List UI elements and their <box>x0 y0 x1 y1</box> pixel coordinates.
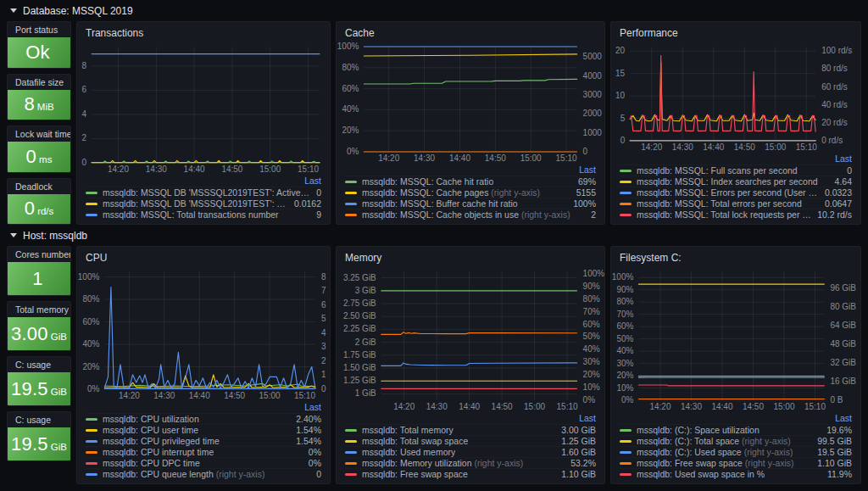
legend-last-header[interactable]: Last <box>620 413 852 424</box>
legend-row: mssqldb: (C:): Space utilization19.6% <box>620 424 852 435</box>
series-axis-note: (right y-axis) <box>739 436 791 446</box>
stat-title[interactable]: Total memory <box>8 302 70 317</box>
left-tick-label: 0% <box>87 384 100 393</box>
left-tick-label: 1 GiB <box>355 388 376 398</box>
right-tick-label: 3 <box>321 342 326 351</box>
stat-title[interactable]: C: usage <box>8 357 70 372</box>
row-title-database: Database: MSSQL 2019 <box>23 5 133 17</box>
series-label[interactable]: mssqldb: MSSQL: Total errors per second <box>637 198 802 209</box>
legend-row: mssqldb: MSSQL: Cache objects in use (ri… <box>345 209 596 220</box>
stat-unit: ms <box>39 154 52 165</box>
right-tick-label: 0 <box>321 384 326 393</box>
transactions-chart[interactable]: 14:2014:3014:4014:5015:0015:1002468 <box>77 41 330 176</box>
legend-row: mssqldb: CPU DPC time0% <box>86 457 321 468</box>
stat-total-memory: Total memory 3.00GiB <box>7 301 71 351</box>
series-label[interactable]: mssqldb: MSSQL: Errors per second (User … <box>637 187 820 198</box>
series-label[interactable]: mssqldb: MSSQL: Cache pages (right y-axi… <box>362 187 540 198</box>
series-label[interactable]: mssqldb: MSSQL: Full scans per second <box>637 165 798 176</box>
series-last-value: 0 <box>316 187 321 198</box>
legend-last-header[interactable]: Last <box>345 413 596 424</box>
series-label[interactable]: mssqldb: MSSQL: Index searches per secon… <box>637 176 818 187</box>
series-label[interactable]: mssqldb: (C:): Space utilization <box>637 425 760 436</box>
series-color-swatch <box>345 214 357 216</box>
series-label[interactable]: mssqldb: Used swap space in % <box>637 469 765 480</box>
series-label[interactable]: mssqldb: MSSQL: Cache hit ratio <box>362 176 493 187</box>
left-tick-label: 1.50 GiB <box>343 363 376 372</box>
series-label[interactable]: mssqldb: CPU utilization <box>103 414 199 425</box>
series-label[interactable]: mssqldb: Memory utilization (right y-axi… <box>362 458 523 469</box>
stat-title[interactable]: Port status <box>8 22 70 37</box>
legend-row: mssqldb: Memory utilization (right y-axi… <box>345 457 596 468</box>
x-tick-label: 14:40 <box>459 402 480 411</box>
series-label[interactable]: mssqldb: CPU user time <box>103 425 198 436</box>
x-tick-label: 15:10 <box>796 142 817 152</box>
series-line-blue <box>381 363 577 365</box>
series-label[interactable]: mssqldb: CPU interrupt time <box>103 447 214 458</box>
left-tick-label: 20% <box>342 126 359 135</box>
cpu-chart[interactable]: 14:2014:3014:4014:5015:0015:100%20%40%60… <box>77 265 330 402</box>
series-color-swatch <box>345 429 357 432</box>
left-tick-label: 8 <box>82 61 87 70</box>
stat-title[interactable]: Lock wait time <box>8 126 70 142</box>
series-label[interactable]: mssqldb: MSSQL DB 'MSSSQL2019TEST': Tran… <box>103 198 289 209</box>
series-label[interactable]: mssqldb: Total swap space <box>362 436 468 447</box>
row-header-database[interactable]: Database: MSSQL 2019 <box>7 4 861 17</box>
series-label[interactable]: mssqldb: MSSQL: Buffer cache hit ratio <box>362 198 518 209</box>
right-tick-label: 1000 <box>583 128 603 137</box>
x-tick-label: 14:40 <box>189 391 210 400</box>
series-label[interactable]: mssqldb: MSSQL: Total transactions numbe… <box>103 209 279 220</box>
row-header-host[interactable]: Host: mssqldb <box>7 229 861 242</box>
panel-title-cpu[interactable]: CPU <box>77 247 330 265</box>
series-label[interactable]: mssqldb: (C:): Used space (right y-axis) <box>637 447 793 458</box>
right-tick-label: 2000 <box>583 109 603 118</box>
panel-transactions: Transactions 14:2014:3014:4014:5015:0015… <box>76 21 331 225</box>
series-last-value: 0% <box>309 447 321 458</box>
memory-chart[interactable]: 14:2014:3014:4014:5015:0015:101 GiB1.25 … <box>337 265 604 413</box>
legend-last-header[interactable]: Last <box>620 153 852 165</box>
stat-c-usage-1: C: usage 19.5GiB <box>7 356 71 406</box>
legend-last-header[interactable]: Last <box>86 176 321 187</box>
stat-title[interactable]: C: usage <box>8 412 70 427</box>
filesystem-chart[interactable]: 14:2014:3014:4014:5015:0015:100%10%20%30… <box>611 265 860 413</box>
series-label[interactable]: mssqldb: MSSQL DB 'MSSSQL2019TEST': Acti… <box>103 187 311 198</box>
series-label[interactable]: mssqldb: Total memory <box>362 425 453 436</box>
right-tick-label: 7 <box>321 286 326 295</box>
left-tick-label: 20 <box>615 46 626 55</box>
series-label[interactable]: mssqldb: CPU DPC time <box>103 458 200 469</box>
series-color-swatch <box>86 192 97 194</box>
series-label[interactable]: mssqldb: MSSQL: Cache objects in use (ri… <box>362 209 570 220</box>
stat-deadlock: Deadlock 0rd/s <box>7 178 71 226</box>
series-label[interactable]: mssqldb: CPU privileged time <box>103 436 220 447</box>
series-label[interactable]: mssqldb: Used memory <box>362 447 455 458</box>
legend-last-header[interactable]: Last <box>86 402 321 413</box>
panel-title-performance[interactable]: Performance <box>611 22 860 41</box>
series-label[interactable]: mssqldb: Free swap space <box>362 469 468 480</box>
legend-last-header[interactable]: Last <box>345 165 596 176</box>
panel-title-filesystem[interactable]: Filesystem C: <box>611 247 860 265</box>
stat-value-text: 3.00 <box>11 323 48 345</box>
right-tick-label: 50% <box>583 332 600 341</box>
right-tick-label: 60 rd/s <box>821 82 848 92</box>
stat-title[interactable]: Datafile size <box>8 75 70 90</box>
x-tick-label: 15:10 <box>804 402 826 411</box>
stat-title[interactable]: Cores number <box>8 247 70 262</box>
series-label[interactable]: mssqldb: MSSQL: Total lock requests per … <box>637 209 812 220</box>
panel-title-cache[interactable]: Cache <box>337 22 604 41</box>
left-tick-label: 80% <box>342 63 359 72</box>
right-tick-label: 70% <box>583 307 600 316</box>
cache-chart[interactable]: 14:2014:3014:4014:5015:0015:100%20%40%60… <box>337 41 604 165</box>
panel-title-transactions[interactable]: Transactions <box>77 22 330 41</box>
series-last-value: 4.64 <box>835 176 852 187</box>
series-color-swatch <box>620 170 632 172</box>
series-line-yellow <box>92 160 320 162</box>
left-tick-label: 2 GiB <box>355 338 376 347</box>
series-label[interactable]: mssqldb: CPU queue length (right y-axis) <box>103 469 264 480</box>
cpu-legend: Lastmssqldb: CPU utilization2.40%mssqldb… <box>77 402 330 483</box>
series-label[interactable]: mssqldb: (C:): Total space (right y-axis… <box>637 436 791 447</box>
stat-title[interactable]: Deadlock <box>8 179 70 194</box>
row-title-host: Host: mssqldb <box>23 230 87 242</box>
right-tick-label: 100% <box>583 269 604 278</box>
panel-title-memory[interactable]: Memory <box>337 247 604 265</box>
series-label[interactable]: mssqldb: Free swap space (right y-axis) <box>637 458 794 469</box>
performance-chart[interactable]: 14:2014:3014:4014:5015:0015:10051015200 … <box>611 41 860 153</box>
